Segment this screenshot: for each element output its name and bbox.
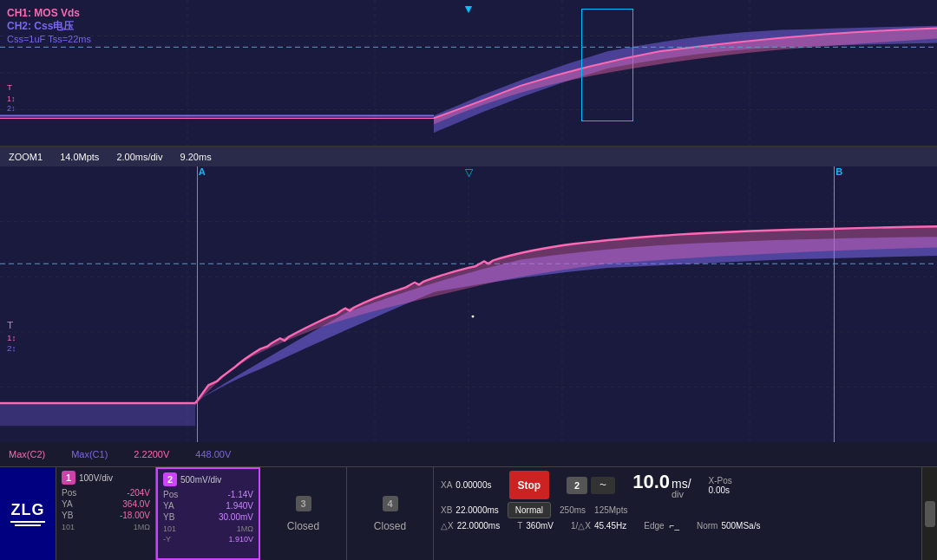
bottom-controls: ZLG 1 100V/div Pos -204V YA 364.0V YB -1… bbox=[0, 466, 937, 560]
freq-label: 1/△X bbox=[571, 521, 591, 531]
svg-point-31 bbox=[472, 316, 475, 318]
max-c1-val: 448.00V bbox=[195, 449, 231, 459]
xb-val: 22.0000ms bbox=[455, 505, 498, 515]
measurement-bar: Max(C2) Max(C1) 2.2200V 448.00V bbox=[0, 442, 937, 466]
ch2-extra-label: -Y bbox=[163, 535, 171, 544]
ch4-badge[interactable]: 4 bbox=[383, 496, 398, 511]
mode-badge: 2 bbox=[567, 477, 587, 494]
sample-250: 250ms bbox=[560, 505, 586, 515]
top-waveform-panel: CH1: MOS Vds CH2: Css电压 Css=1uF Tss=22ms… bbox=[0, 0, 937, 147]
ch2-yb-label: YB bbox=[163, 512, 174, 522]
svg-text:2↕: 2↕ bbox=[7, 105, 16, 114]
ch3-closed-label: Closed bbox=[287, 520, 319, 532]
ch2-extra-val: 1.910V bbox=[228, 535, 253, 544]
ch4-closed-label: Closed bbox=[374, 520, 406, 532]
timebase-display: 10.0 ms/ div bbox=[632, 471, 691, 499]
sample-125: 125Mpts bbox=[594, 505, 627, 515]
ch1-label: CH1: MOS Vds bbox=[7, 7, 91, 19]
ch2-extra: 1MΩ bbox=[237, 524, 253, 533]
ch2-label: CH2: Css电压 bbox=[7, 19, 91, 34]
timebase-subunit: div bbox=[672, 490, 691, 499]
zoom-position: 9.20ms bbox=[180, 152, 212, 162]
trig-symbol: ⌐_ bbox=[670, 521, 679, 531]
xa-label: XA bbox=[441, 480, 452, 490]
ch1-control-block[interactable]: 1 100V/div Pos -204V YA 364.0V YB -18.00… bbox=[56, 467, 156, 560]
oscilloscope-main: CH1: MOS Vds CH2: Css电压 Css=1uF Tss=22ms… bbox=[0, 0, 937, 560]
ax-label: △X bbox=[441, 521, 454, 531]
stop-button[interactable]: Stop bbox=[509, 471, 550, 499]
ch3-badge[interactable]: 3 bbox=[296, 496, 311, 511]
timebase-unit: ms/ bbox=[672, 478, 691, 490]
ch2-bottom-left: 101 bbox=[163, 524, 176, 533]
ch1-pos-label: Pos bbox=[62, 488, 76, 498]
svg-rect-26 bbox=[0, 401, 195, 426]
ch2-pos-label: Pos bbox=[163, 490, 178, 499]
svg-text:2↕: 2↕ bbox=[7, 344, 16, 354]
timebase-value: 10.0 bbox=[632, 471, 670, 493]
mpts-count: 14.0Mpts bbox=[60, 152, 99, 162]
t-val: 360mV bbox=[526, 521, 554, 531]
trigger-marker-zoom: ▽ bbox=[465, 166, 473, 179]
cursor-b-label: B bbox=[835, 166, 842, 177]
svg-text:1↕: 1↕ bbox=[7, 333, 16, 342]
ch1-ya-label: YA bbox=[62, 499, 73, 509]
normal-button[interactable]: Normal bbox=[508, 502, 551, 518]
ch1-pos-val: -204V bbox=[127, 488, 150, 498]
norm-label: Norm bbox=[697, 521, 717, 531]
top-waveform-svg: T 1↕ 2↕ bbox=[0, 0, 937, 146]
css-params-label: Css=1uF Tss=22ms bbox=[7, 34, 91, 44]
ch1-badge[interactable]: 1 bbox=[62, 471, 75, 485]
edge-label: Edge bbox=[644, 521, 664, 531]
ch2-badge[interactable]: 2 bbox=[163, 472, 177, 486]
ch1-bottom-left: 101 bbox=[62, 523, 75, 531]
scrollbar-area[interactable] bbox=[921, 467, 937, 560]
trigger-marker-top: ▼ bbox=[462, 2, 475, 16]
max-c2-val: 2.2200V bbox=[134, 449, 169, 459]
xa-val: 0.00000s bbox=[455, 480, 491, 490]
t-label: T bbox=[517, 521, 522, 531]
ch4-block[interactable]: 4 Closed bbox=[347, 467, 434, 560]
cursor-box-top bbox=[581, 9, 633, 121]
freq-val: 45.45Hz bbox=[594, 521, 626, 531]
ch2-ya-label: YA bbox=[163, 501, 174, 511]
right-control-panel: XA 0.00000s Stop 2 〜 10.0 ms/ div bbox=[434, 467, 921, 560]
ch2-control-block[interactable]: 2 500mV/div Pos -1.14V YA 1.940V YB 30.0… bbox=[156, 467, 260, 560]
svg-text:T: T bbox=[7, 82, 12, 92]
waveform-icon: 〜 bbox=[591, 477, 615, 494]
ch2-ya-val: 1.940V bbox=[226, 501, 253, 511]
max-c2-label: Max(C2) bbox=[9, 449, 45, 459]
cursor-a-label: A bbox=[199, 166, 206, 177]
ch1-bottom-right: 1MΩ bbox=[134, 523, 150, 531]
zoom-level: ZOOM1 bbox=[9, 152, 43, 162]
zoom-panel: ZOOM1 14.0Mpts 2.00ms/div 9.20ms ▽ A B bbox=[0, 147, 937, 466]
zoom-waveform-svg: T 1↕ 2↕ bbox=[0, 166, 937, 442]
ch1-yb-val: -18.00V bbox=[120, 511, 150, 520]
xpos-label-right: X-Pos bbox=[709, 476, 732, 485]
zlg-logo: ZLG bbox=[0, 467, 56, 560]
ch2-yb-val: 30.00mV bbox=[219, 512, 253, 522]
xb-label: XB bbox=[441, 505, 452, 515]
svg-text:T: T bbox=[7, 319, 13, 330]
sample-rate: 500MSa/s bbox=[721, 521, 760, 531]
ch1-ya-val: 364.0V bbox=[122, 499, 150, 509]
ax-val: 22.0000ms bbox=[457, 521, 500, 531]
cursor-b bbox=[834, 166, 835, 442]
zoom-timebase: 2.00ms/div bbox=[116, 152, 162, 162]
svg-text:1↕: 1↕ bbox=[7, 94, 16, 103]
zlg-text: ZLG bbox=[11, 501, 45, 519]
ch2-divider: 500mV/div bbox=[180, 475, 221, 485]
cursor-a bbox=[197, 166, 198, 442]
scrollbar-thumb[interactable] bbox=[925, 501, 935, 527]
channel-labels: CH1: MOS Vds CH2: Css电压 Css=1uF Tss=22ms bbox=[7, 7, 91, 44]
ch3-block[interactable]: 3 Closed bbox=[260, 467, 347, 560]
zoom-info-bar: ZOOM1 14.0Mpts 2.00ms/div 9.20ms bbox=[0, 147, 937, 166]
ch1-divider: 100V/div bbox=[79, 473, 113, 483]
ch2-pos-val: -1.14V bbox=[228, 490, 253, 499]
max-c1-label: Max(C1) bbox=[71, 449, 108, 459]
ch1-yb-label: YB bbox=[62, 511, 73, 520]
xpos-val-right: 0.00s bbox=[709, 485, 732, 495]
